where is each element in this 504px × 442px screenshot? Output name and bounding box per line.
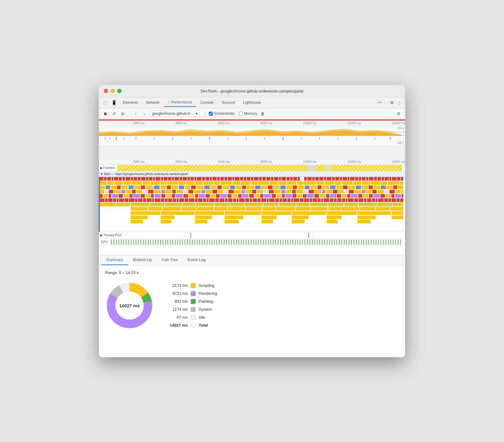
- close-button[interactable]: [104, 89, 108, 93]
- svg-rect-485: [219, 239, 220, 245]
- svg-rect-326: [195, 198, 197, 202]
- svg-rect-158: [185, 185, 190, 189]
- tab-event-log[interactable]: Event Log: [183, 255, 211, 265]
- svg-rect-94: [343, 177, 347, 181]
- svg-rect-114: [131, 181, 142, 185]
- svg-rect-118: [167, 181, 178, 185]
- tab-network[interactable]: Network: [142, 99, 163, 107]
- svg-rect-528: [324, 239, 325, 245]
- tab-lighthouse[interactable]: Lighthouse: [239, 99, 265, 107]
- svg-rect-273: [238, 194, 242, 198]
- memory-label: Memory: [244, 111, 257, 116]
- record-button[interactable]: ⏺: [102, 110, 109, 117]
- svg-rect-143: [400, 181, 403, 185]
- system-color-swatch: [191, 307, 196, 312]
- thread-pool-toggle-icon[interactable]: ▶: [100, 233, 103, 237]
- svg-rect-343: [267, 198, 269, 202]
- svg-rect-329: [207, 198, 209, 202]
- svg-rect-397: [163, 207, 181, 211]
- svg-rect-348: [288, 198, 291, 202]
- svg-rect-431: [161, 220, 171, 223]
- svg-rect-251: [118, 194, 123, 198]
- svg-rect-547: [371, 239, 371, 245]
- main-toggle-icon[interactable]: ▼: [100, 172, 103, 176]
- trash-button[interactable]: 🗑: [259, 110, 266, 117]
- svg-rect-44: [149, 177, 152, 181]
- svg-rect-389: [310, 203, 328, 206]
- cursor-icon[interactable]: ⬚: [101, 99, 109, 106]
- svg-point-21: [206, 141, 207, 142]
- svg-rect-233: [326, 190, 332, 193]
- svg-rect-377: [116, 203, 130, 206]
- svg-rect-262: [176, 194, 183, 198]
- svg-rect-308: [117, 198, 118, 202]
- url-selector[interactable]: googlechrome.github.io ... ▾: [149, 110, 205, 117]
- svg-rect-409: [360, 207, 375, 211]
- svg-rect-328: [203, 198, 206, 202]
- svg-rect-438: [99, 177, 100, 232]
- tab-sources[interactable]: Sources: [218, 99, 239, 107]
- minimize-button[interactable]: [111, 89, 115, 93]
- svg-rect-548: [373, 239, 374, 245]
- svg-rect-128: [258, 181, 269, 185]
- svg-rect-445: [121, 239, 122, 245]
- performance-settings-button[interactable]: ⚙: [395, 110, 402, 117]
- svg-rect-367: [367, 198, 371, 202]
- svg-rect-297: [369, 194, 373, 198]
- tab-more[interactable]: >>: [374, 99, 386, 107]
- devtools-settings-button[interactable]: ⚙: [389, 99, 395, 106]
- svg-rect-157: [179, 185, 184, 189]
- svg-rect-349: [291, 198, 293, 202]
- svg-rect-461: [160, 239, 161, 245]
- svg-rect-206: [172, 190, 176, 193]
- svg-rect-300: [386, 194, 391, 198]
- reload-button[interactable]: ↺: [111, 110, 117, 117]
- svg-rect-295: [358, 194, 362, 198]
- svg-rect-446: [123, 239, 124, 245]
- svg-rect-535: [341, 239, 342, 245]
- svg-rect-46: [156, 177, 160, 181]
- svg-rect-267: [205, 194, 210, 198]
- clear-button[interactable]: ⊘: [119, 110, 126, 117]
- main-flamechart[interactable]: [99, 177, 405, 232]
- svg-rect-542: [359, 239, 359, 245]
- svg-rect-125: [233, 181, 240, 185]
- svg-rect-355: [318, 198, 321, 202]
- memory-checkbox[interactable]: [239, 112, 243, 116]
- svg-rect-271: [228, 194, 231, 198]
- tab-bottom-up[interactable]: Bottom-Up: [128, 255, 157, 265]
- download-button[interactable]: ↓: [141, 110, 148, 117]
- svg-rect-257: [151, 194, 154, 198]
- svg-rect-413: [161, 211, 194, 215]
- svg-rect-244: [389, 190, 395, 193]
- upload-button[interactable]: ↑: [132, 110, 139, 117]
- svg-rect-317: [155, 198, 160, 202]
- svg-rect-249: [109, 194, 111, 198]
- maximize-button[interactable]: [117, 89, 122, 93]
- svg-rect-190: [386, 185, 393, 189]
- svg-rect-149: [129, 185, 134, 189]
- tick-14000: 14000 ms: [392, 122, 405, 125]
- svg-rect-178: [310, 185, 317, 189]
- tab-console[interactable]: Console: [197, 99, 217, 107]
- svg-rect-436: [327, 220, 338, 223]
- tab-summary[interactable]: Summary: [101, 255, 128, 265]
- svg-rect-384: [230, 203, 244, 206]
- frames-row: ▶ Frames: [99, 165, 405, 171]
- scripting-label: Scripting: [199, 283, 214, 288]
- tab-performance[interactable]: ⚠Performance: [164, 98, 196, 107]
- screenshots-checkbox[interactable]: [209, 112, 213, 116]
- svg-rect-83: [298, 177, 300, 181]
- frames-toggle-icon[interactable]: ▶: [100, 166, 103, 170]
- svg-rect-376: [99, 203, 116, 206]
- svg-rect-2: [116, 137, 117, 140]
- tab-elements[interactable]: Elements: [119, 99, 142, 107]
- device-icon[interactable]: 📱: [110, 99, 118, 106]
- tab-call-tree[interactable]: Call Tree: [157, 255, 183, 265]
- devtools-menu-button[interactable]: ⋮: [396, 99, 403, 106]
- svg-rect-185: [356, 185, 361, 189]
- svg-rect-552: [383, 239, 384, 245]
- svg-rect-63: [220, 177, 224, 181]
- svg-rect-333: [225, 198, 228, 202]
- legend-row-rendering: 9721 ms Rendering: [166, 291, 217, 296]
